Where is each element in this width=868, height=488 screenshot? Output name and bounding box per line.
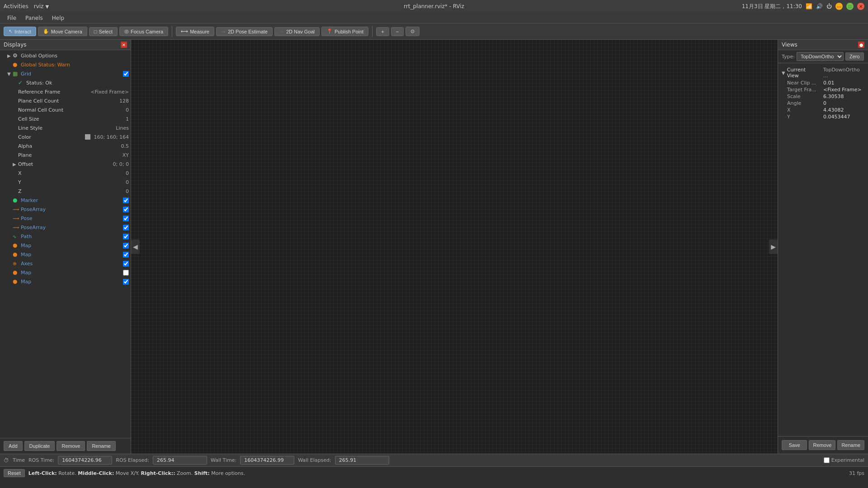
ros-elapsed-label: ROS Elapsed: xyxy=(116,457,149,463)
tree-item-offset[interactable]: ▶ Offset 0; 0; 0 xyxy=(0,160,131,169)
tree-item-posearray-2[interactable]: ⟿ PoseArray xyxy=(0,223,131,232)
tree-item-map-3[interactable]: ● Map xyxy=(0,268,131,277)
move-camera-button[interactable]: ✋ Move Camera xyxy=(38,27,87,36)
zoom-fit-button[interactable]: ⊙ xyxy=(406,27,420,36)
app-menu-arrow: ▼ xyxy=(45,4,49,9)
line-style-value: Lines xyxy=(116,125,129,131)
views-y-label: Y xyxy=(787,114,823,120)
tree-item-pose[interactable]: ⟿ Pose xyxy=(0,214,131,223)
path-checkbox[interactable] xyxy=(123,234,129,239)
map1-icon: ● xyxy=(13,242,20,249)
path-icon: ∿ xyxy=(13,234,20,239)
tree-item-map-4[interactable]: ● Map xyxy=(0,277,131,286)
focus-camera-label: Focus Camera xyxy=(131,29,163,34)
viewport-right-arrow[interactable]: ▶ xyxy=(769,239,778,254)
check-icon: ✓ xyxy=(18,80,25,86)
tree-item-grid[interactable]: ▼ ▦ Grid xyxy=(0,69,131,78)
tree-item-map-2[interactable]: ● Map xyxy=(0,250,131,259)
views-section-header[interactable]: ▼ Current View TopDownOrtho ... xyxy=(778,66,868,80)
tree-item-map-1[interactable]: ● Map xyxy=(0,241,131,250)
views-close-button[interactable]: ● xyxy=(858,42,864,48)
tree-item-reference-frame[interactable]: Reference Frame <Fixed Frame> xyxy=(0,87,131,96)
x-value: 0 xyxy=(126,170,129,176)
map2-checkbox[interactable] xyxy=(123,252,129,258)
views-remove-button[interactable]: Remove xyxy=(809,440,835,450)
add-button[interactable]: Add xyxy=(4,441,23,451)
posearray1-checkbox[interactable] xyxy=(123,206,129,212)
tree-item-normal-cell-count[interactable]: Normal Cell Count 0 xyxy=(0,105,131,114)
remove-button[interactable]: Remove xyxy=(57,441,85,451)
zoom-in-button[interactable]: + xyxy=(376,27,389,36)
tree-item-x[interactable]: X 0 xyxy=(0,169,131,178)
menu-file[interactable]: File xyxy=(4,14,20,22)
views-save-button[interactable]: Save xyxy=(782,440,807,450)
views-scale-row: Scale 6.30538 xyxy=(778,93,868,100)
activities-label[interactable]: Activities xyxy=(4,3,28,9)
displays-close-button[interactable]: ✕ xyxy=(121,42,127,48)
tree-item-plane[interactable]: Plane XY xyxy=(0,150,131,160)
focus-camera-button[interactable]: ◎ Focus Camera xyxy=(119,27,168,36)
map3-checkbox[interactable] xyxy=(123,270,129,276)
alpha-label: Alpha xyxy=(18,143,119,149)
tree-item-path[interactable]: ∿ Path xyxy=(0,232,131,241)
grid-checkbox[interactable] xyxy=(123,71,129,77)
interact-icon: ↖ xyxy=(9,28,13,34)
map4-checkbox[interactable] xyxy=(123,279,129,285)
tree-item-status-ok[interactable]: ✓ Status: Ok xyxy=(0,78,131,87)
minimize-button[interactable]: — xyxy=(835,3,843,10)
tree-item-marker[interactable]: ● Marker xyxy=(0,196,131,205)
views-zero-button[interactable]: Zero xyxy=(845,52,864,61)
nav-goal-button[interactable]: → 2D Nav Goal xyxy=(274,27,320,36)
interact-button[interactable]: ↖ Interact xyxy=(4,27,36,36)
map1-checkbox[interactable] xyxy=(123,243,129,249)
menu-help[interactable]: Help xyxy=(48,14,68,22)
views-type-dropdown[interactable]: TopDownOrtho xyxy=(797,52,844,61)
views-header: Views ● xyxy=(778,40,868,50)
color-swatch xyxy=(85,134,90,140)
arrow-icon: ▶ xyxy=(7,53,13,58)
axes-checkbox[interactable] xyxy=(123,261,129,267)
grid-canvas xyxy=(131,40,778,454)
tree-item-axes[interactable]: ⊕ Axes xyxy=(0,259,131,268)
reset-button[interactable]: Reset xyxy=(4,469,25,477)
pose-estimate-button[interactable]: → 2D Pose Estimate xyxy=(216,27,273,36)
pose-checkbox[interactable] xyxy=(123,216,129,221)
tree-item-y[interactable]: Y 0 xyxy=(0,178,131,187)
marker-checkbox[interactable] xyxy=(123,197,129,203)
marker-label: Marker xyxy=(21,197,121,203)
viewport-left-arrow[interactable]: ◀ xyxy=(131,239,140,254)
main-area: Displays ✕ ▶ ⚙ Global Options ● Global S… xyxy=(0,40,868,454)
experimental-checkbox[interactable] xyxy=(824,457,830,463)
tree-item-global-options[interactable]: ▶ ⚙ Global Options xyxy=(0,51,131,60)
publish-point-icon: 📍 xyxy=(326,28,333,34)
experimental-row: Experimental xyxy=(824,457,864,463)
tree-item-alpha[interactable]: Alpha 0.5 xyxy=(0,141,131,150)
tree-item-z[interactable]: Z 0 xyxy=(0,187,131,196)
grid-arrow-icon: ▼ xyxy=(7,71,13,76)
viewport[interactable]: ◀ ▶ xyxy=(131,40,778,454)
rename-button[interactable]: Rename xyxy=(87,441,116,451)
wall-time-label: Wall Time: xyxy=(211,457,236,463)
tree-item-cell-size[interactable]: Cell Size 1 xyxy=(0,114,131,123)
views-current-label: Current View xyxy=(787,67,818,79)
posearray2-checkbox[interactable] xyxy=(123,225,129,230)
tree-item-posearray-1[interactable]: ⟿ PoseArray xyxy=(0,205,131,214)
grid-label: Grid xyxy=(21,71,121,77)
publish-point-button[interactable]: 📍 Publish Point xyxy=(321,27,368,36)
tree-item-line-style[interactable]: Line Style Lines xyxy=(0,123,131,132)
close-button[interactable]: ✕ xyxy=(857,3,864,10)
views-y-value: 0.0453447 xyxy=(823,114,850,120)
tree-item-plane-cell-count[interactable]: Plane Cell Count 128 xyxy=(0,96,131,105)
zoom-out-button[interactable]: − xyxy=(391,27,404,36)
tree-item-color[interactable]: Color 160; 160; 164 xyxy=(0,132,131,141)
global-options-label: Global Options xyxy=(21,53,129,59)
menu-panels[interactable]: Panels xyxy=(22,14,47,22)
axes-label: Axes xyxy=(21,261,121,267)
views-rename-button[interactable]: Rename xyxy=(837,440,864,450)
tree-item-global-status[interactable]: ● Global Status: Warn xyxy=(0,60,131,69)
app-menu[interactable]: rviz ▼ xyxy=(34,3,49,9)
measure-button[interactable]: ⟷ Measure xyxy=(176,27,214,36)
maximize-button[interactable]: □ xyxy=(846,3,854,10)
duplicate-button[interactable]: Duplicate xyxy=(24,441,55,451)
select-button[interactable]: □ Select xyxy=(89,27,118,36)
